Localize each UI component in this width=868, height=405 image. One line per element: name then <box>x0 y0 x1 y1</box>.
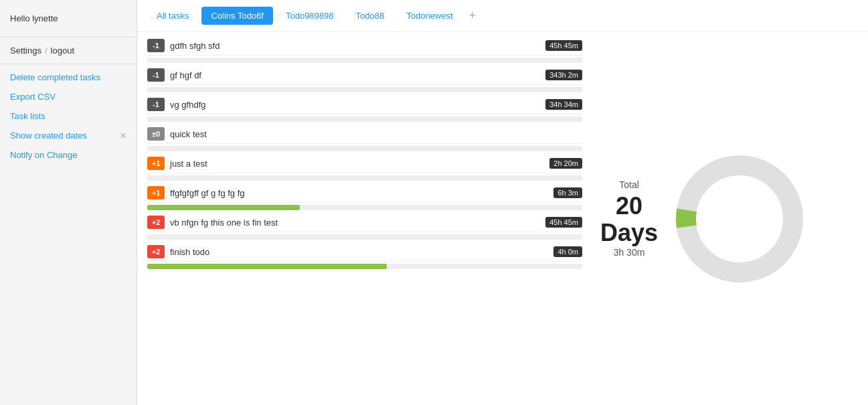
task-progress-empty <box>147 234 582 240</box>
task-time: 34h 34m <box>545 99 582 110</box>
tab-todo989898[interactable]: Todo989898 <box>276 7 343 25</box>
task-row: -1 gf hgf df 343h 2m <box>147 68 582 85</box>
task-progress-empty <box>147 87 582 92</box>
task-progress-bar <box>147 205 582 210</box>
task-name: ffgfgfgff gf g fg fg fg <box>170 188 548 198</box>
slash: / <box>45 46 48 56</box>
total-label: Total <box>600 179 658 190</box>
content-area: -1 gdfh sfgh sfd 45h 45m -1 gf hgf df 34… <box>137 32 868 405</box>
task-item: ±0 quick test <box>147 127 582 151</box>
main-area: All tasks Colins Todo6f Todo989898 Todo8… <box>137 0 868 405</box>
task-badge: -1 <box>147 98 165 111</box>
logout-link[interactable]: logout <box>51 46 74 56</box>
task-name: gdfh sfgh sfd <box>170 41 540 51</box>
task-time: 343h 2m <box>545 70 582 80</box>
donut-svg <box>666 145 813 293</box>
task-name: quick test <box>170 129 582 139</box>
notify-on-change-link[interactable]: Notify on Change <box>10 150 77 160</box>
donut-chart <box>666 145 813 293</box>
greeting: Hello lynette <box>0 10 137 33</box>
svg-point-0 <box>686 165 793 272</box>
task-row: +1 just a test 2h 20m <box>147 157 582 173</box>
task-progress-empty <box>147 116 582 122</box>
task-time: 2h 20m <box>549 158 582 169</box>
task-badge: -1 <box>147 39 165 52</box>
task-name: just a test <box>170 159 544 169</box>
task-progress-bar <box>147 264 582 269</box>
show-created-dates-item[interactable]: Show created dates ✕ <box>0 126 137 145</box>
export-csv-item[interactable]: Export CSV <box>0 87 137 106</box>
task-time: 45h 45m <box>545 40 582 51</box>
task-name: finish todo <box>170 247 548 257</box>
task-name: vg gfhdfg <box>170 100 540 110</box>
task-badge: +1 <box>147 157 165 170</box>
task-item: +1 ffgfgfgff gf g fg fg fg 6h 3m <box>147 186 582 210</box>
task-badge: -1 <box>147 68 165 82</box>
task-badge: +1 <box>147 186 165 199</box>
add-tab-button[interactable]: + <box>466 9 480 23</box>
task-time: 4h 0m <box>553 246 582 257</box>
task-row: ±0 quick test <box>147 127 582 144</box>
task-lists-item[interactable]: Task lists <box>0 106 137 126</box>
task-item: -1 vg gfhdfg 34h 34m <box>147 98 582 122</box>
task-row: +2 vb nfgn fg this one is fin test 45h 4… <box>147 216 582 232</box>
task-progress-empty <box>147 146 582 151</box>
task-badge: +2 <box>147 245 165 258</box>
task-badge: +2 <box>147 216 165 229</box>
task-item: -1 gf hgf df 343h 2m <box>147 68 582 92</box>
task-row: -1 vg gfhdfg 34h 34m <box>147 98 582 114</box>
stats-panel: Total 20 Days 3h 30m <box>592 32 827 405</box>
task-row: +2 finish todo 4h 0m <box>147 245 582 262</box>
stats-days: 20 Days <box>600 193 658 246</box>
task-list: -1 gdfh sfgh sfd 45h 45m -1 gf hgf df 34… <box>137 32 592 405</box>
settings-link[interactable]: Settings <box>10 46 41 56</box>
show-created-dates-link[interactable]: Show created dates <box>10 131 87 141</box>
task-lists-link[interactable]: Task lists <box>10 111 46 121</box>
tab-todonewest[interactable]: Todonewest <box>397 7 462 25</box>
sidebar: Hello lynette Settings / logout Delete c… <box>0 0 137 405</box>
delete-completed-item[interactable]: Delete completed tasks <box>0 68 137 87</box>
task-badge: ±0 <box>147 127 165 141</box>
task-time: 45h 45m <box>545 217 582 228</box>
stats-hours: 3h 30m <box>600 247 658 258</box>
task-progress-empty <box>147 175 582 181</box>
export-csv-link[interactable]: Export CSV <box>10 92 56 102</box>
settings-logout-row: Settings / logout <box>0 41 137 60</box>
task-name: gf hgf df <box>170 70 540 80</box>
task-item: -1 gdfh sfgh sfd 45h 45m <box>147 39 582 63</box>
task-progress-empty <box>147 58 582 63</box>
task-item: +2 finish todo 4h 0m <box>147 245 582 269</box>
task-item: +2 vb nfgn fg this one is fin test 45h 4… <box>147 216 582 240</box>
task-time: 6h 3m <box>553 187 582 198</box>
delete-completed-link[interactable]: Delete completed tasks <box>10 72 100 82</box>
tab-colins-todo6f[interactable]: Colins Todo6f <box>201 7 273 25</box>
tab-todo88[interactable]: Todo88 <box>347 7 394 25</box>
task-row: -1 gdfh sfgh sfd 45h 45m <box>147 39 582 56</box>
task-row: +1 ffgfgfgff gf g fg fg fg 6h 3m <box>147 186 582 203</box>
close-icon[interactable]: ✕ <box>120 131 126 141</box>
notify-on-change-item[interactable]: Notify on Change <box>0 145 137 165</box>
tabs-bar: All tasks Colins Todo6f Todo989898 Todo8… <box>137 0 868 32</box>
task-item: +1 just a test 2h 20m <box>147 157 582 181</box>
tab-all-tasks[interactable]: All tasks <box>147 7 198 25</box>
task-name: vb nfgn fg this one is fin test <box>170 218 540 228</box>
